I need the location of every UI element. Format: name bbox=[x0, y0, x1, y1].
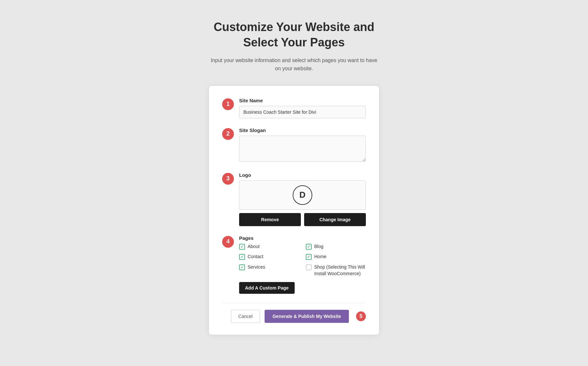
pages-grid: About Blog Contact Home bbox=[239, 243, 366, 277]
step2-badge: 2 bbox=[222, 128, 234, 140]
page-item-about: About bbox=[239, 243, 299, 250]
page-label-blog: Blog bbox=[314, 243, 323, 250]
checkbox-contact[interactable] bbox=[239, 254, 245, 260]
publish-button[interactable]: Generate & Publish My Website bbox=[265, 310, 349, 323]
checkbox-home[interactable] bbox=[306, 254, 312, 260]
site-slogan-input[interactable] bbox=[239, 136, 366, 162]
logo-preview-area: D bbox=[239, 180, 366, 210]
change-image-button[interactable]: Change Image bbox=[304, 213, 366, 226]
page-label-home: Home bbox=[314, 254, 326, 260]
checkbox-about[interactable] bbox=[239, 244, 245, 250]
step2-content: Site Slogan bbox=[239, 127, 366, 163]
footer-divider bbox=[222, 303, 366, 303]
form-card: 1 Site Name 2 Site Slogan 3 Logo D bbox=[209, 86, 379, 335]
checkbox-services[interactable] bbox=[239, 264, 245, 270]
step3-badge: 3 bbox=[222, 173, 234, 185]
page-item-blog: Blog bbox=[306, 243, 366, 250]
page-label-shop: Shop (Selecting This Will Install WooCom… bbox=[314, 264, 366, 277]
step1-badge: 1 bbox=[222, 98, 234, 110]
checkbox-shop[interactable] bbox=[306, 264, 312, 270]
page-label-services: Services bbox=[248, 264, 265, 271]
step4-badge: 4 bbox=[222, 236, 234, 248]
page-wrapper: Customize Your Website and Select Your P… bbox=[7, 20, 581, 335]
page-item-shop: Shop (Selecting This Will Install WooCom… bbox=[306, 264, 366, 277]
step1-row: 1 Site Name bbox=[222, 98, 366, 118]
checkbox-blog[interactable] bbox=[306, 244, 312, 250]
step3-label: Logo bbox=[239, 172, 366, 178]
footer-actions: Cancel Generate & Publish My Website 5 bbox=[222, 310, 366, 323]
logo-button-row: Remove Change Image bbox=[239, 213, 366, 226]
add-custom-page-button[interactable]: Add A Custom Page bbox=[239, 282, 295, 294]
step2-label: Site Slogan bbox=[239, 127, 366, 133]
page-subtitle: Input your website information and selec… bbox=[209, 56, 379, 73]
step4-content: Pages About Blog Contact bbox=[239, 235, 366, 294]
step2-row: 2 Site Slogan bbox=[222, 127, 366, 163]
page-label-about: About bbox=[248, 243, 260, 250]
page-item-services: Services bbox=[239, 264, 299, 277]
cancel-button[interactable]: Cancel bbox=[231, 310, 260, 323]
remove-logo-button[interactable]: Remove bbox=[239, 213, 301, 226]
page-label-contact: Contact bbox=[248, 254, 263, 260]
step1-label: Site Name bbox=[239, 98, 366, 103]
step3-row: 3 Logo D Remove Change Image bbox=[222, 172, 366, 226]
page-item-home: Home bbox=[306, 254, 366, 260]
step4-label: Pages bbox=[239, 235, 366, 241]
page-item-contact: Contact bbox=[239, 254, 299, 260]
step5-badge: 5 bbox=[356, 311, 366, 321]
step3-content: Logo D Remove Change Image bbox=[239, 172, 366, 226]
site-name-input[interactable] bbox=[239, 106, 366, 118]
page-title: Customize Your Website and Select Your P… bbox=[214, 20, 374, 50]
logo-circle: D bbox=[293, 185, 312, 205]
logo-letter: D bbox=[300, 190, 306, 200]
step1-content: Site Name bbox=[239, 98, 366, 118]
step4-row: 4 Pages About Blog bbox=[222, 235, 366, 294]
